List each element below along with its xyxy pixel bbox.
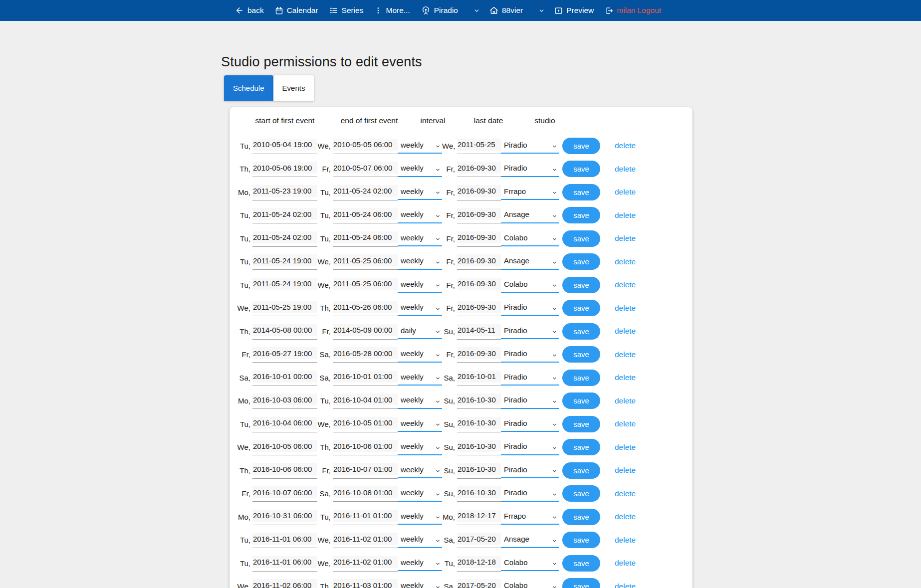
last-date-input[interactable] xyxy=(457,185,501,197)
interval-select[interactable]: weekly xyxy=(398,162,442,174)
last-date-input[interactable] xyxy=(457,486,501,498)
interval-select[interactable]: weekly xyxy=(398,556,442,568)
end-of-first-event-input[interactable] xyxy=(333,347,398,359)
end-of-first-event-input[interactable] xyxy=(333,278,398,290)
nav-item-series[interactable]: Series xyxy=(324,6,369,15)
last-date-input[interactable] xyxy=(457,371,501,383)
start-of-first-event-input[interactable] xyxy=(252,510,317,522)
piradio-dropdown-toggle[interactable] xyxy=(470,7,483,14)
delete-link[interactable]: delete xyxy=(615,419,636,428)
save-button[interactable]: save xyxy=(562,416,600,432)
last-date-input[interactable] xyxy=(457,533,501,545)
save-button[interactable]: save xyxy=(562,138,600,154)
save-button[interactable]: save xyxy=(562,277,600,293)
studio-select[interactable]: Piradio xyxy=(501,417,559,429)
start-of-first-event-input[interactable] xyxy=(252,254,317,266)
end-of-first-event-input[interactable] xyxy=(333,440,398,452)
nav-item-more[interactable]: More... xyxy=(369,6,415,15)
start-of-first-event-input[interactable] xyxy=(252,324,317,336)
save-button[interactable]: save xyxy=(562,532,600,548)
end-of-first-event-input[interactable] xyxy=(333,486,398,498)
start-of-first-event-input[interactable] xyxy=(252,440,317,452)
start-of-first-event-input[interactable] xyxy=(252,185,317,197)
start-of-first-event-input[interactable] xyxy=(252,556,317,568)
save-button[interactable]: save xyxy=(562,207,600,223)
nav-item-piradio[interactable]: Piradio xyxy=(416,6,463,15)
studio-select[interactable]: Ansage xyxy=(501,533,559,545)
end-of-first-event-input[interactable] xyxy=(333,208,398,220)
interval-select[interactable]: weekly xyxy=(398,139,442,151)
end-of-first-event-input[interactable] xyxy=(333,463,398,475)
start-of-first-event-input[interactable] xyxy=(252,417,317,429)
end-of-first-event-input[interactable] xyxy=(333,162,398,174)
interval-select[interactable]: weekly xyxy=(398,301,442,313)
nav-item-calendar[interactable]: Calendar xyxy=(269,6,324,15)
start-of-first-event-input[interactable] xyxy=(252,463,317,475)
last-date-input[interactable] xyxy=(457,463,501,475)
delete-link[interactable]: delete xyxy=(615,559,636,567)
last-date-input[interactable] xyxy=(457,139,501,151)
interval-select[interactable]: weekly xyxy=(398,580,442,588)
delete-link[interactable]: delete xyxy=(615,582,636,588)
delete-link[interactable]: delete xyxy=(615,350,636,359)
studio-select[interactable]: Piradio xyxy=(501,301,559,313)
tab-events[interactable]: Events xyxy=(273,75,314,101)
nav-item-back[interactable]: back xyxy=(230,6,269,15)
end-of-first-event-input[interactable] xyxy=(333,579,398,588)
studio-select[interactable]: Piradio xyxy=(501,463,559,475)
start-of-first-event-input[interactable] xyxy=(252,371,317,383)
start-of-first-event-input[interactable] xyxy=(252,278,317,290)
last-date-input[interactable] xyxy=(457,556,501,568)
end-of-first-event-input[interactable] xyxy=(333,185,398,197)
save-button[interactable]: save xyxy=(562,555,600,572)
last-date-input[interactable] xyxy=(457,278,501,290)
last-date-input[interactable] xyxy=(457,301,501,313)
last-date-input[interactable] xyxy=(457,324,501,336)
delete-link[interactable]: delete xyxy=(615,188,636,196)
end-of-first-event-input[interactable] xyxy=(333,371,398,383)
studio-select[interactable]: Colabo xyxy=(501,580,559,588)
interval-select[interactable]: weekly xyxy=(398,255,442,267)
last-date-input[interactable] xyxy=(457,579,501,588)
interval-select[interactable]: daily xyxy=(398,324,442,336)
delete-link[interactable]: delete xyxy=(615,234,636,242)
last-date-input[interactable] xyxy=(457,254,501,266)
studio-select[interactable]: Colabo xyxy=(501,231,559,243)
save-button[interactable]: save xyxy=(562,253,600,270)
studio-select[interactable]: Ansage xyxy=(501,255,559,267)
studio-select[interactable]: Piradio xyxy=(501,440,559,452)
start-of-first-event-input[interactable] xyxy=(252,231,317,243)
end-of-first-event-input[interactable] xyxy=(333,417,398,429)
studio-select[interactable]: Colabo xyxy=(501,278,559,290)
studio-select[interactable]: Piradio xyxy=(501,324,559,336)
end-of-first-event-input[interactable] xyxy=(333,324,398,336)
studio-select[interactable]: Piradio xyxy=(501,487,559,499)
delete-link[interactable]: delete xyxy=(615,165,636,173)
save-button[interactable]: save xyxy=(562,370,600,386)
start-of-first-event-input[interactable] xyxy=(252,533,317,545)
delete-link[interactable]: delete xyxy=(615,443,636,451)
delete-link[interactable]: delete xyxy=(615,141,636,150)
start-of-first-event-input[interactable] xyxy=(252,301,317,313)
save-button[interactable]: save xyxy=(562,439,600,455)
studio-select[interactable]: Frrapo xyxy=(501,185,559,197)
end-of-first-event-input[interactable] xyxy=(333,556,398,568)
start-of-first-event-input[interactable] xyxy=(252,579,317,588)
studio-select[interactable]: Piradio xyxy=(501,371,559,383)
nav-item-logout[interactable]: milan Logout xyxy=(599,6,667,15)
last-date-input[interactable] xyxy=(457,440,501,452)
start-of-first-event-input[interactable] xyxy=(252,486,317,498)
delete-link[interactable]: delete xyxy=(615,257,636,266)
save-button[interactable]: save xyxy=(562,184,600,200)
delete-link[interactable]: delete xyxy=(615,280,636,289)
start-of-first-event-input[interactable] xyxy=(252,208,317,220)
last-date-input[interactable] xyxy=(457,347,501,359)
studio-select[interactable]: Frrapo xyxy=(501,510,559,522)
save-button[interactable]: save xyxy=(562,462,600,479)
interval-select[interactable]: weekly xyxy=(398,208,442,220)
save-button[interactable]: save xyxy=(562,346,600,363)
save-button[interactable]: save xyxy=(562,161,600,177)
delete-link[interactable]: delete xyxy=(615,373,636,382)
end-of-first-event-input[interactable] xyxy=(333,301,398,313)
interval-select[interactable]: weekly xyxy=(398,510,442,522)
